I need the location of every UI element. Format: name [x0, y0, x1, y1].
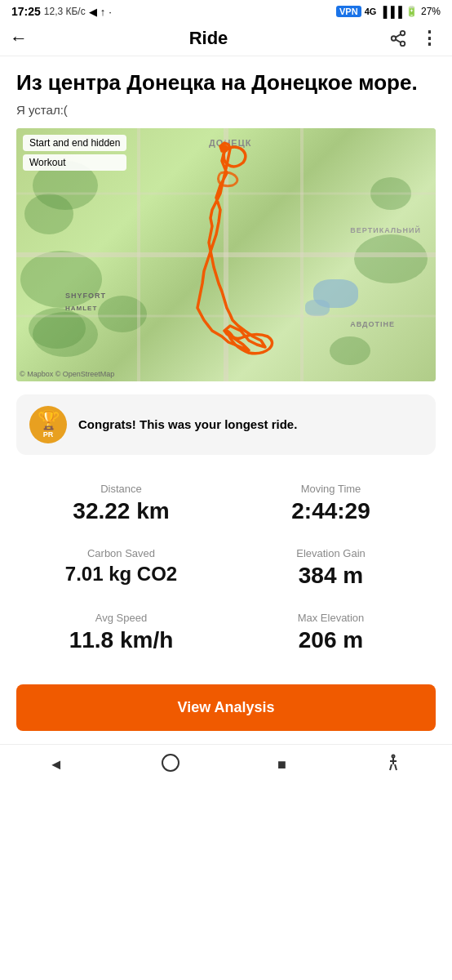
svg-point-12	[162, 755, 179, 771]
more-options-button[interactable]: ⋮	[420, 28, 439, 49]
stat-moving-time-label: Moving Time	[234, 483, 428, 495]
ride-title: Из центра Донецка на Донецкое море.	[16, 69, 436, 96]
stat-elevation-gain-label: Elevation Gain	[234, 547, 428, 559]
svg-line-3	[396, 39, 401, 42]
stat-carbon-value: 7.01 kg CO2	[24, 563, 218, 586]
svg-line-16	[390, 764, 392, 770]
share-button[interactable]	[389, 29, 407, 47]
map-copyright: © Mapbox © OpenStreetMap	[20, 370, 114, 378]
status-right: VPN 4G ▐▐▐ 🔋 27%	[336, 6, 441, 18]
stat-carbon-label: Carbon Saved	[24, 547, 218, 559]
stat-max-elevation: Max Elevation 206 m	[226, 600, 436, 665]
back-button[interactable]: ←	[10, 28, 28, 49]
pr-message: Congrats! This was your longest ride.	[78, 416, 297, 433]
svg-line-4	[396, 34, 401, 38]
workout-badge: Workout	[23, 154, 126, 171]
stat-avg-speed: Avg Speed 11.8 km/h	[16, 600, 226, 665]
stat-distance-label: Distance	[24, 483, 218, 495]
pr-label: PR	[43, 430, 54, 439]
stat-distance: Distance 32.22 km	[16, 471, 226, 536]
map-overlays: Start and end hidden Workout	[23, 135, 126, 171]
stat-carbon: Carbon Saved 7.01 kg CO2	[16, 536, 226, 600]
stat-elevation-gain: Elevation Gain 384 m	[226, 536, 436, 600]
signal-bars-icon: ▐▐▐	[379, 6, 402, 18]
data-icon: ↑	[100, 6, 106, 18]
page-title: Ride	[189, 28, 228, 49]
vpn-badge: VPN	[336, 6, 361, 17]
nav-accessibility-button[interactable]	[383, 753, 403, 777]
view-analysis-button[interactable]: View Analysis	[16, 684, 436, 731]
status-time: 17:25	[11, 5, 41, 18]
status-network: 12,3 КБ/с	[44, 6, 86, 17]
stats-grid: Distance 32.22 km Moving Time 2:44:29 Ca…	[16, 471, 436, 665]
nav-home-button[interactable]	[161, 753, 180, 777]
network-type: 4G	[365, 7, 377, 16]
hidden-badge: Start and end hidden	[23, 135, 126, 151]
battery-percent: 27%	[421, 6, 441, 17]
page-header: ← Ride ⋮	[0, 21, 452, 56]
stat-avg-speed-label: Avg Speed	[24, 612, 218, 624]
trophy-icon: 🏆	[38, 410, 60, 431]
send-icon: ◀	[89, 6, 97, 18]
header-actions: ⋮	[389, 28, 439, 49]
route-map[interactable]: ДОНЕЦК ВЕРТИКАЛЬНИЙ SHYFORT HAMLET АВДОТ…	[16, 128, 436, 381]
svg-point-13	[392, 755, 395, 757]
map-background: ДОНЕЦК ВЕРТИКАЛЬНИЙ SHYFORT HAMLET АВДОТ…	[16, 128, 436, 381]
stat-avg-speed-value: 11.8 km/h	[24, 627, 218, 653]
stat-max-elevation-value: 206 m	[234, 627, 428, 653]
stat-max-elevation-label: Max Elevation	[234, 612, 428, 624]
ride-subtitle: Я устал:(	[16, 103, 436, 117]
bottom-navigation: ◄ ■	[0, 744, 452, 784]
nav-back-button[interactable]: ◄	[49, 756, 64, 773]
battery-icon: 🔋	[405, 6, 418, 17]
stat-elevation-gain-value: 384 m	[234, 563, 428, 589]
svg-point-11	[220, 145, 228, 153]
pr-icon: 🏆 PR	[29, 406, 67, 443]
stat-moving-time: Moving Time 2:44:29	[226, 471, 436, 536]
status-bar: 17:25 12,3 КБ/с ◀ ↑ · VPN 4G ▐▐▐ 🔋 27%	[0, 0, 452, 21]
nav-stop-button[interactable]: ■	[277, 756, 286, 773]
main-content: Из центра Донецка на Донецкое море. Я ус…	[0, 56, 452, 665]
stat-distance-value: 32.22 km	[24, 498, 218, 524]
svg-line-17	[395, 764, 397, 770]
status-left: 17:25 12,3 КБ/с ◀ ↑ ·	[11, 5, 112, 18]
pr-banner: 🏆 PR Congrats! This was your longest rid…	[16, 394, 436, 455]
dot-icon: ·	[109, 6, 112, 18]
stat-moving-time-value: 2:44:29	[234, 498, 428, 524]
